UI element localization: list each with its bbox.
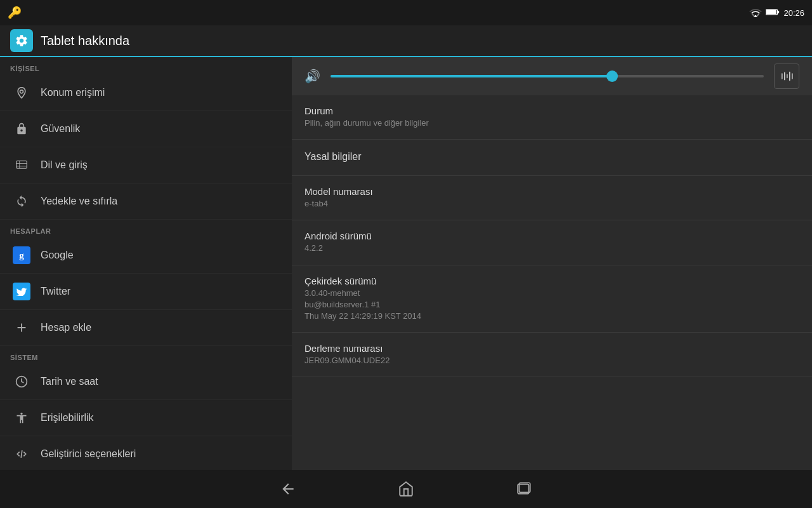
sidebar-item-gelistirici[interactable]: Geliştirici seçenekleri [0,436,292,472]
derleme-label: Derleme numarası [304,343,799,354]
yasal-label: Yasal bilgiler [304,151,799,163]
guvenlik-label: Güvenlik [41,123,80,135]
svg-rect-11 [784,72,785,81]
durum-value: Pilin, ağın durumu ve diğer bilgiler [304,117,799,129]
sidebar-item-hesap-ekle[interactable]: Hesap ekle [0,310,292,346]
lock-icon [13,120,30,138]
key-icon: 🔑 [8,6,22,20]
info-row-yasal[interactable]: Yasal bilgiler [292,140,812,176]
sidebar-item-guvenlik[interactable]: Güvenlik [0,111,292,147]
section-kisisel: KİŞİSEL [0,60,292,75]
home-button[interactable] [398,481,414,497]
volume-slider-thumb [606,70,618,82]
sidebar-item-dil[interactable]: Dil ve giriş [0,147,292,184]
status-icons: 20:26 [749,7,804,19]
sidebar-item-twitter[interactable]: Twitter [0,274,292,310]
svg-point-0 [755,15,757,17]
model-label: Model numarası [304,186,799,197]
android-value: 4.2.2 [304,243,799,254]
backup-icon [13,192,30,210]
tarih-label: Tarih ve saat [41,376,98,387]
sidebar: KİŞİSEL Konum erişimi Güvenlik [0,57,292,483]
section-sistem: SİSTEM [0,349,292,364]
cekirdek-value: 3.0.40-mehmet bu@buildserver.1 #1 Thu Ma… [304,288,799,323]
gelistirici-label: Geliştirici seçenekleri [41,448,136,460]
add-icon [13,319,30,337]
wifi-icon [749,7,762,19]
cekirdek-label: Çekirdek sürümü [304,276,799,286]
info-row-model: Model numarası e-tab4 [292,176,812,220]
top-bar: 🔑 20:26 [0,0,812,25]
konum-label: Konum erişimi [41,87,105,98]
time-label: 20:26 [783,8,804,18]
main-layout: KİŞİSEL Konum erişimi Güvenlik [0,57,812,483]
recents-button[interactable] [516,481,532,497]
google-icon: g [13,246,30,264]
page-title: Tablet hakkında [41,34,129,48]
svg-rect-12 [787,74,788,78]
info-row-derleme: Derleme numarası JER09.GMM04.UDE22 [292,333,812,377]
accessibility-icon [13,409,30,427]
info-rows: Durum Pilin, ağın durumu ve diğer bilgil… [292,57,812,377]
svg-rect-14 [792,73,793,79]
location-icon [13,84,30,102]
section-hesaplar: HESAPLAR [0,222,292,237]
title-bar: Tablet hakkında [0,25,812,57]
google-label: Google [41,250,74,261]
svg-rect-5 [16,161,27,168]
yedekle-label: Yedekle ve sıfırla [41,196,117,207]
svg-rect-10 [782,73,783,79]
model-value: e-tab4 [304,198,799,210]
svg-rect-2 [766,10,776,14]
back-button[interactable] [280,481,296,497]
erisilebilirlik-label: Erişilebilirlik [41,412,94,424]
svg-point-4 [20,90,23,93]
language-icon [13,156,30,174]
durum-label: Durum [304,105,799,116]
dil-label: Dil ve giriş [41,159,88,171]
svg-rect-13 [789,72,790,81]
svg-rect-3 [778,11,780,13]
android-label: Android sürümü [304,231,799,241]
derleme-value: JER09.GMM04.UDE22 [304,355,799,366]
sidebar-item-tarih[interactable]: Tarih ve saat [0,364,292,400]
volume-slider-track[interactable] [331,75,764,77]
clock-icon [13,373,30,391]
sidebar-item-konum[interactable]: Konum erişimi [0,75,292,111]
twitter-label: Twitter [41,286,70,297]
volume-icon: 🔊 [304,69,320,84]
sidebar-item-erisilebilirlik[interactable]: Erişilebilirlik [0,400,292,436]
equalizer-button[interactable] [774,64,799,89]
sidebar-item-google[interactable]: g Google [0,237,292,274]
info-row-cekirdek: Çekirdek sürümü 3.0.40-mehmet bu@buildse… [292,265,812,333]
info-row-android: Android sürümü 4.2.2 [292,220,812,265]
info-row-durum[interactable]: Durum Pilin, ağın durumu ve diğer bilgil… [292,95,812,140]
sidebar-item-yedekle[interactable]: Yedekle ve sıfırla [0,184,292,220]
content-area: 🔊 Durum Pilin, ağın durumu ve diğer bilg [292,57,812,483]
battery-icon [766,8,780,18]
hesap-ekle-label: Hesap ekle [41,322,91,333]
twitter-icon [13,283,30,300]
bottom-navbar [0,470,812,508]
settings-icon [10,29,33,52]
code-icon [13,445,30,463]
volume-bar: 🔊 [292,57,812,95]
volume-slider-fill [331,75,612,77]
